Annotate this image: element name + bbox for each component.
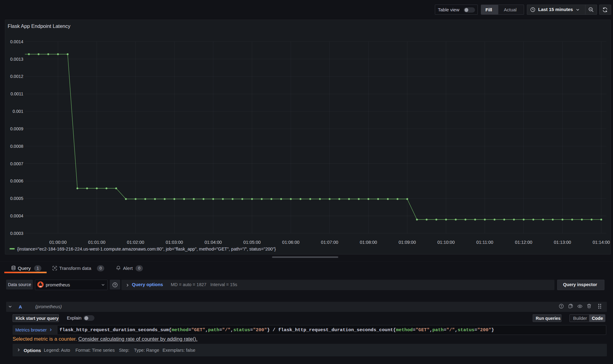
svg-text:0.0003: 0.0003	[10, 231, 23, 236]
svg-text:0.0004: 0.0004	[10, 213, 23, 218]
svg-text:01:09:00: 01:09:00	[399, 240, 416, 245]
svg-text:01:13:00: 01:13:00	[554, 240, 571, 245]
svg-text:01:04:00: 01:04:00	[205, 240, 222, 245]
svg-text:01:11:00: 01:11:00	[476, 240, 493, 245]
svg-text:01:06:00: 01:06:00	[282, 240, 299, 245]
svg-text:0.0012: 0.0012	[10, 74, 23, 79]
svg-text:0.0006: 0.0006	[10, 178, 23, 183]
svg-text:0.0009: 0.0009	[10, 126, 23, 131]
svg-text:01:14:00: 01:14:00	[592, 240, 610, 245]
svg-text:01:05:00: 01:05:00	[243, 240, 261, 245]
svg-text:01:10:00: 01:10:00	[437, 240, 454, 245]
svg-text:0.001: 0.001	[13, 109, 23, 114]
svg-text:0.0014: 0.0014	[10, 39, 23, 44]
svg-text:0.0005: 0.0005	[10, 196, 23, 201]
svg-text:0.0008: 0.0008	[10, 144, 23, 149]
svg-text:01:12:00: 01:12:00	[515, 240, 532, 245]
svg-text:0.0011: 0.0011	[10, 91, 23, 96]
svg-text:01:01:00: 01:01:00	[88, 240, 105, 245]
svg-text:01:00:00: 01:00:00	[49, 240, 67, 245]
svg-text:01:08:00: 01:08:00	[360, 240, 377, 245]
svg-text:0.0007: 0.0007	[10, 161, 23, 166]
svg-text:{instance="ec2-184-169-216-224: {instance="ec2-184-169-216-224.us-west-1…	[17, 247, 276, 251]
svg-text:01:02:00: 01:02:00	[127, 240, 144, 245]
svg-text:0.0013: 0.0013	[10, 57, 23, 62]
svg-text:01:07:00: 01:07:00	[321, 240, 338, 245]
svg-text:01:03:00: 01:03:00	[166, 240, 183, 245]
